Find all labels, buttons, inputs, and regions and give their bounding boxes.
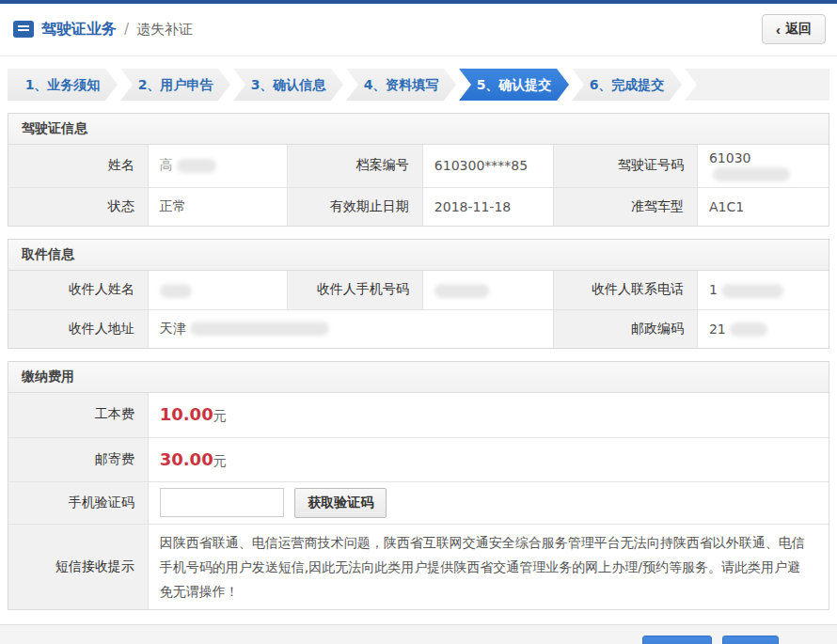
table-row: 工本费 10.00元 [8,393,829,437]
contact-label: 收件人联系电话 [554,271,698,309]
zip-label: 邮政编码 [554,309,698,348]
step-6-complete[interactable]: 6、完成提交 [572,69,682,101]
back-button[interactable]: ‹ 返回 [762,14,826,44]
step-bar-filler [685,69,829,101]
work-fee-value: 10.00元 [148,393,829,437]
name-value: 高 [148,145,287,187]
pickup-table: 收件人姓名 收件人手机号码 收件人联系电话 1 收件人地址 天津 邮政编码 21 [8,271,829,348]
breadcrumb-separator: / [124,21,129,38]
list-icon [13,21,34,38]
redaction-blob [434,284,489,298]
class-value: A1C1 [697,187,829,226]
section-fees: 缴纳费用 工本费 10.00元 邮寄费 30.00元 手机验证码 获取验证码 短… [8,361,829,610]
zip-value: 21 [697,309,829,348]
previous-step-button[interactable]: 上一步 [642,636,712,644]
redaction-blob [721,284,783,298]
finish-button[interactable]: 完成 [722,636,779,644]
name-label: 姓名 [8,145,148,187]
sms-code-label: 手机验证码 [8,481,148,524]
redaction-blob [160,284,192,298]
file-no-label: 档案编号 [287,145,422,187]
class-label: 准驾车型 [554,187,698,226]
table-row: 姓名 高 档案编号 610300****85 驾驶证号码 61030 [8,145,829,187]
footer-action-bar: 上一步 完成 [0,624,837,644]
sms-notice-label: 短信接收提示 [8,524,148,609]
license-no-value: 61030 [697,145,829,187]
expiry-value: 2018-11-18 [422,187,554,226]
section-fees-title: 缴纳费用 [8,362,829,393]
redaction-blob [713,167,790,181]
redaction-blob [190,322,329,336]
file-no-value: 610300****85 [422,145,554,187]
fees-table: 工本费 10.00元 邮寄费 30.00元 手机验证码 获取验证码 短信接收提示… [8,393,829,609]
post-fee-label: 邮寄费 [8,437,148,481]
breadcrumb-current: 遗失补证 [136,21,193,39]
back-arrow-icon: ‹ [776,23,781,37]
status-label: 状态 [8,187,148,226]
redaction-blob [730,322,767,337]
license-no-label: 驾驶证号码 [554,145,698,187]
step-5-confirm-submit[interactable]: 5、确认提交 [459,69,569,101]
table-row: 收件人姓名 收件人手机号码 收件人联系电话 1 [8,271,829,309]
contact-value: 1 [697,271,829,309]
post-fee-value: 30.00元 [148,437,829,481]
step-3-confirm-info[interactable]: 3、确认信息 [233,69,343,101]
license-table: 姓名 高 档案编号 610300****85 驾驶证号码 61030 状态 正常… [8,145,829,226]
recipient-label: 收件人姓名 [8,271,148,309]
work-fee-label: 工本费 [8,393,148,437]
sms-notice-text: 因陕西省联通、电信运营商技术问题，陕西省互联网交通安全综合服务管理平台无法向持陕… [148,524,829,609]
section-license-title: 驾驶证信息 [8,114,829,145]
sms-code-input[interactable] [160,488,284,517]
mobile-label: 收件人手机号码 [287,271,422,309]
page-title: 驾驶证业务 [41,20,117,39]
get-code-button[interactable]: 获取验证码 [294,488,387,518]
table-row: 邮寄费 30.00元 [8,437,829,481]
step-wizard: 1、业务须知 2、用户申告 3、确认信息 4、资料填写 5、确认提交 6、完成提… [8,69,829,101]
section-license-info: 驾驶证信息 姓名 高 档案编号 610300****85 驾驶证号码 61030… [8,113,829,227]
table-row: 状态 正常 有效期止日期 2018-11-18 准驾车型 A1C1 [8,187,829,226]
expiry-label: 有效期止日期 [287,187,422,226]
sms-code-cell: 获取验证码 [148,481,829,524]
section-pickup-info: 取件信息 收件人姓名 收件人手机号码 收件人联系电话 1 收件人地址 天津 邮政… [8,239,829,349]
address-label: 收件人地址 [8,309,148,348]
mobile-value [422,271,554,309]
page-header: 驾驶证业务 / 遗失补证 ‹ 返回 [0,4,837,56]
section-pickup-title: 取件信息 [8,240,829,271]
step-4-fill-data[interactable]: 4、资料填写 [346,69,456,101]
table-row: 收件人地址 天津 邮政编码 21 [8,309,829,348]
table-row: 手机验证码 获取验证码 [8,481,829,524]
address-value: 天津 [148,309,554,348]
recipient-value [148,271,287,309]
table-row: 短信接收提示 因陕西省联通、电信运营商技术问题，陕西省互联网交通安全综合服务管理… [8,524,829,609]
redaction-blob [177,159,216,173]
step-1-notice[interactable]: 1、业务须知 [8,69,118,101]
status-value: 正常 [148,187,287,226]
back-button-label: 返回 [785,21,812,38]
step-2-declaration[interactable]: 2、用户申告 [120,69,230,101]
